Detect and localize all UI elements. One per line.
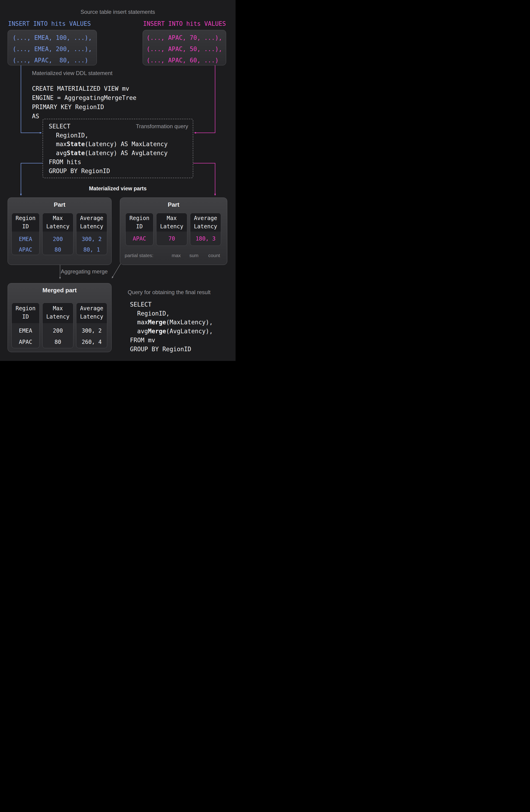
merge-arrow-right [113, 264, 120, 277]
code-line: (..., APAC, 80, ...) [13, 55, 97, 66]
merged-part-box: Merged part RegionIDEMEAAPACMaxLatency20… [8, 283, 112, 352]
partial-states-label: partial states: [125, 252, 153, 259]
column-header-line: Max [43, 304, 73, 313]
table-column: AverageLatency300, 280, 1 [76, 213, 107, 255]
part-title: Part [8, 201, 111, 208]
code-line: avgState(Latency) AS AvgLatency [49, 149, 168, 158]
column-header-line: Average [76, 214, 107, 222]
code-line: maxMerge(MaxLatency), [130, 318, 213, 327]
code-line: SELECT [130, 300, 213, 309]
code-line: (..., APAC, 60, ...) [147, 55, 226, 66]
column-header-line: Latency [43, 313, 73, 321]
code-line: RegionID, [49, 131, 168, 140]
part-left-table: RegionIDEMEAAPACMaxLatency20080AverageLa… [8, 213, 111, 255]
column-header: AverageLatency [190, 213, 221, 232]
column-values: EMEAAPAC [12, 232, 39, 255]
column-header-line: Latency [76, 313, 107, 321]
value-cell: 300, 2 [76, 234, 107, 244]
value-cell: 300, 2 [76, 325, 107, 336]
value-cell: EMEA [12, 234, 39, 244]
column-header-line: Region [12, 304, 39, 313]
table-column: RegionIDEMEAAPAC [12, 213, 40, 255]
column-values: 180, 3 [190, 232, 221, 244]
value-cell: EMEA [12, 325, 39, 336]
code-line: (..., APAC, 50, ...), [147, 44, 226, 55]
column-values: EMEAAPAC [12, 323, 39, 348]
value-cell: APAC [126, 233, 153, 244]
partial-state-max: max [172, 252, 181, 259]
part-right-table: RegionIDAPACMaxLatency70AverageLatency18… [120, 213, 227, 246]
diagram-root: Source table insert statements INSERT IN… [0, 0, 236, 361]
insert-right-rows: (..., APAC, 70, ...),(..., APAC, 50, ...… [143, 30, 226, 66]
table-column: MaxLatency20080 [42, 303, 73, 348]
code-line: ENGINE = AggregatingMergeTree [32, 93, 136, 102]
value-cell: 80, 1 [76, 244, 107, 255]
code-line: (..., EMEA, 200, ...), [13, 44, 97, 55]
column-header-line: Max [43, 214, 73, 222]
value-cell: 80 [43, 336, 73, 348]
ddl-code: CREATE MATERIALIZED VIEW mvENGINE = Aggr… [32, 84, 136, 121]
merged-part-table: RegionIDEMEAAPACMaxLatency20080AverageLa… [8, 303, 111, 348]
table-column: RegionIDAPAC [126, 213, 153, 246]
column-header: RegionID [126, 213, 153, 232]
column-header: AverageLatency [76, 213, 107, 232]
column-header-line: Average [76, 304, 107, 313]
column-header-line: Latency [190, 222, 221, 231]
code-line: (..., EMEA, 100, ...), [13, 32, 97, 44]
final-query-label: Query for obtaining the final result [128, 289, 210, 295]
insert-left-header: INSERT INTO hits VALUES [8, 20, 91, 27]
partial-state-count: count [208, 252, 220, 259]
code-line: SELECT [49, 122, 168, 131]
part-title: Part [120, 201, 227, 208]
code-line: FROM hits [49, 158, 168, 166]
column-header-line: ID [12, 222, 39, 231]
transformation-query-code: SELECT RegionID, maxState(Latency) AS Ma… [49, 122, 168, 175]
parts-heading: Materialized view parts [0, 186, 236, 191]
table-column: MaxLatency20080 [42, 213, 73, 255]
column-header-line: ID [126, 222, 153, 231]
code-line: FROM mv [130, 336, 213, 345]
value-cell: APAC [12, 336, 39, 348]
page-title: Source table insert statements [0, 9, 236, 15]
column-header-line: Region [126, 214, 153, 222]
ddl-label: Materialized view DDL statement [32, 70, 113, 76]
column-header-line: ID [12, 313, 39, 321]
column-header-line: Max [157, 214, 187, 222]
insert-left-rows: (..., EMEA, 100, ...),(..., EMEA, 200, .… [8, 30, 97, 66]
code-line: RegionID, [130, 309, 213, 318]
insert-right-box: (..., APAC, 70, ...),(..., APAC, 50, ...… [143, 30, 226, 66]
value-cell: 260, 4 [76, 336, 107, 348]
column-header-line: Average [190, 214, 221, 222]
merged-part-title: Merged part [8, 287, 111, 294]
column-values: 20080 [43, 232, 73, 255]
column-header: AverageLatency [76, 303, 107, 323]
code-line: avgMerge(AvgLatency), [130, 327, 213, 336]
insert-right-header: INSERT INTO hits VALUES [143, 20, 226, 27]
value-cell: APAC [12, 244, 39, 255]
column-header-line: Latency [43, 222, 73, 231]
value-cell: 200 [43, 234, 73, 244]
code-line: PRIMARY KEY RegionID [32, 102, 136, 112]
column-header: RegionID [12, 303, 39, 323]
final-query-code: SELECT RegionID, maxMerge(MaxLatency), a… [130, 300, 213, 353]
part-box-left: Part RegionIDEMEAAPACMaxLatency20080Aver… [8, 198, 112, 265]
column-values: 70 [157, 232, 187, 244]
value-cell: 80 [43, 244, 73, 255]
table-column: RegionIDEMEAAPAC [12, 303, 40, 348]
column-header: MaxLatency [43, 213, 73, 232]
partial-states-row: partial states: max sum count [120, 252, 227, 259]
column-header: RegionID [12, 213, 39, 232]
column-header-line: Latency [76, 222, 107, 231]
column-values: 300, 280, 1 [76, 232, 107, 255]
column-header-line: Latency [157, 222, 187, 231]
code-line: maxState(Latency) AS MaxLatency [49, 140, 168, 149]
code-line: (..., APAC, 70, ...), [147, 32, 226, 44]
aggregating-merge-label: Aggregating merge [61, 269, 108, 275]
column-header-line: Region [12, 214, 39, 222]
column-values: 20080 [43, 323, 73, 348]
partial-state-sum: sum [189, 252, 198, 259]
column-header: MaxLatency [157, 213, 187, 232]
column-values: APAC [126, 232, 153, 244]
table-column: AverageLatency300, 2260, 4 [76, 303, 107, 348]
column-header: MaxLatency [43, 303, 73, 323]
